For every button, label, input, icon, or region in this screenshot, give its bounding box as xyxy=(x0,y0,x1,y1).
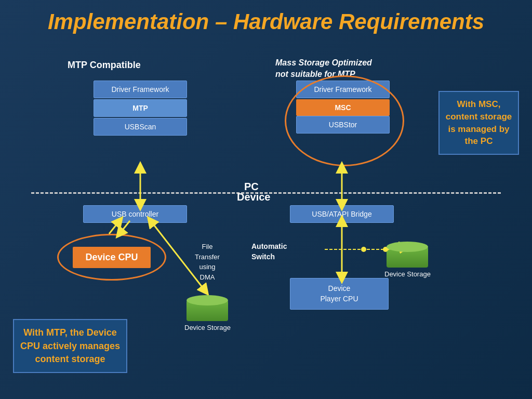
file-transfer-label: File Transfer using DMA xyxy=(195,242,220,282)
device-cpu-box: Device CPU xyxy=(73,247,151,268)
driver-framework-right: Driver Framework xyxy=(296,81,390,98)
msc-note-box: With MSC, content storage is managed by … xyxy=(438,91,519,155)
mtp-note-box: With MTP, the Device CPU actively manage… xyxy=(13,319,127,373)
svg-point-9 xyxy=(361,247,366,252)
device-cpu-oval: Device CPU xyxy=(57,234,166,281)
usbscan-box: USBScan xyxy=(94,118,187,136)
device-label: Device xyxy=(237,191,271,203)
player-cpu-box: Device Player CPU xyxy=(290,278,389,310)
mtp-box: MTP xyxy=(94,99,187,117)
device-storage-left: Device Storage xyxy=(184,290,231,331)
usbstor-box: USBStor xyxy=(296,116,390,134)
usb-controller-box: USB controller xyxy=(83,205,187,223)
mass-storage-label: Mass Storage Optimized not suitable for … xyxy=(275,57,372,81)
msc-stack: Driver Framework MSC USBStor xyxy=(296,81,390,135)
device-storage-right: Device Storage xyxy=(384,236,431,278)
mtp-compatible-label: MTP Compatible xyxy=(68,60,141,71)
slide: Implementation – Hardware Requirements M… xyxy=(0,0,532,399)
mtp-stack: Driver Framework MTP USBScan xyxy=(94,81,187,137)
msc-box: MSC xyxy=(296,99,390,116)
usb-bridge-box: USB/ATAPI Bridge xyxy=(290,205,394,223)
auto-switch-label: Automatic Switch xyxy=(251,242,287,262)
slide-title: Implementation – Hardware Requirements xyxy=(0,0,532,39)
driver-framework-left: Driver Framework xyxy=(94,81,187,98)
